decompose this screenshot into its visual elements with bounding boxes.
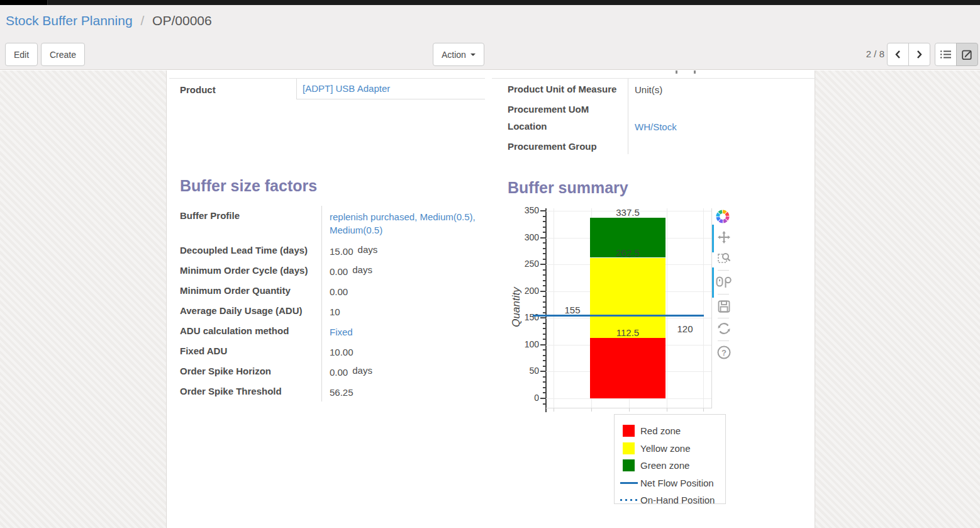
factor-value: 0.00 (330, 367, 348, 378)
chart-annotation: 155 (555, 305, 590, 315)
field-label-product: Product (169, 79, 296, 99)
details-field-table: Product Unit of Measure Unit(s) Procurem… (492, 78, 815, 154)
gridline-vertical (554, 208, 554, 408)
form-view-button[interactable] (956, 43, 978, 66)
y-axis-tick (543, 349, 545, 351)
list-view-icon (940, 50, 952, 59)
pan-icon[interactable] (718, 231, 730, 244)
compare-hover-icon[interactable] (716, 276, 732, 289)
field-label-location: Location (492, 116, 628, 136)
field-row: ADU calculation methodFixed (180, 321, 482, 341)
y-axis-tick (540, 210, 545, 211)
y-axis-tick (540, 371, 545, 372)
legend-item[interactable]: On-Hand Position (615, 494, 725, 507)
box-zoom-icon[interactable] (718, 251, 731, 264)
y-axis-tick (543, 381, 545, 383)
pager-value[interactable]: 2 / 8 (855, 48, 884, 59)
y-axis-tick (543, 227, 545, 228)
product-link[interactable]: [ADPT] USB Adapter (303, 83, 390, 94)
factor-value: 15.00 (330, 246, 354, 257)
legend-label: Red zone (640, 425, 681, 436)
chart-annotation: 120 (667, 323, 703, 334)
factor-value-cell: Fixed (322, 321, 479, 341)
action-dropdown-button[interactable]: Action (433, 43, 484, 66)
y-axis-tick (543, 269, 545, 271)
modebar-separator (718, 340, 729, 341)
field-row: Decoupled Lead Time (days)15.00days (180, 240, 482, 261)
y-axis-tick (540, 291, 545, 292)
factor-value-link[interactable]: replenish purchased, Medium(0.5), Medium… (330, 211, 476, 235)
field-row: Order Spike Threshold56.25 (180, 381, 482, 402)
y-axis-tick (543, 387, 545, 388)
legend-label: Net Flow Position (640, 478, 714, 488)
factor-value-cell: 10 (322, 301, 479, 321)
x-axis-tick (591, 408, 592, 412)
field-row: Buffer Profilereplenish purchased, Mediu… (180, 206, 482, 240)
y-axis-tick (543, 306, 545, 308)
x-axis-tick (703, 408, 704, 412)
factor-label: Buffer Profile (180, 206, 322, 240)
legend-swatch (623, 442, 635, 454)
modebar-separator (718, 270, 729, 271)
y-axis-tick (543, 221, 545, 222)
zone-red (590, 338, 665, 398)
factor-unit: days (358, 244, 378, 255)
list-view-button[interactable] (935, 43, 957, 66)
plotly-logo-icon[interactable] (715, 209, 730, 224)
y-tick-label: 350 (511, 205, 539, 216)
y-axis-tick (543, 355, 545, 356)
section-title-buffer-size-factors: Buffer size factors (180, 177, 317, 195)
reset-axes-icon[interactable] (717, 322, 731, 335)
view-switcher (935, 43, 978, 66)
help-icon[interactable]: ? (717, 345, 731, 359)
field-value-procurement-uom (628, 99, 815, 116)
y-axis-tick (543, 328, 545, 329)
form-view-icon (962, 49, 973, 60)
factor-value-link[interactable]: Fixed (330, 327, 353, 337)
y-axis-tick (540, 237, 545, 239)
chart-legend: Red zoneYellow zoneGreen zoneNet Flow Po… (614, 414, 726, 504)
breadcrumb-current: OP/00006 (152, 13, 212, 28)
factor-value-cell: 56.25 (322, 381, 479, 402)
field-row: Order Spike Horizon0.00days (180, 361, 482, 381)
y-axis-tick (543, 334, 545, 335)
content-background: Product [ADPT] USB Adapter Product Unit … (0, 70, 980, 528)
chart-annotation: 262.5 (590, 247, 665, 258)
section-title-buffer-summary: Buffer summary (508, 179, 628, 197)
y-axis-tick (543, 301, 545, 303)
y-tick-label: 50 (511, 366, 539, 377)
clipped-text-fragment (676, 70, 677, 74)
y-axis-tick (540, 398, 545, 399)
edit-button[interactable]: Edit (5, 43, 38, 66)
create-button[interactable]: Create (41, 43, 85, 66)
y-tick-label: 300 (511, 232, 539, 244)
pager-next-button[interactable] (908, 43, 930, 66)
y-axis-tick (543, 392, 545, 393)
pager-prev-button[interactable] (887, 43, 909, 66)
modebar-accent-bar (712, 225, 714, 252)
breadcrumb-parent-link[interactable]: Stock Buffer Planning (6, 13, 133, 28)
legend-swatch (620, 482, 638, 484)
factor-label: Minimum Order Cycle (days) (180, 261, 322, 281)
legend-item[interactable]: Yellow zone (615, 442, 725, 455)
location-link[interactable]: WH/Stock (635, 121, 677, 132)
y-tick-label: 250 (511, 259, 539, 270)
y-tick-label: 100 (511, 339, 539, 351)
factor-label: Fixed ADU (180, 341, 322, 361)
modebar-accent-bar (712, 267, 714, 298)
legend-item[interactable]: Red zone (615, 425, 725, 437)
legend-item[interactable]: Net Flow Position (615, 477, 725, 490)
save-icon[interactable] (718, 300, 730, 313)
form-sheet: Product [ADPT] USB Adapter Product Unit … (166, 70, 815, 528)
factor-label: Order Spike Threshold (180, 381, 322, 402)
buffer-summary-chart: Quantity 050100150200250300350337.5262.5… (508, 205, 737, 425)
y-axis-tick (540, 344, 545, 345)
y-axis-tick (543, 366, 545, 367)
y-axis-tick (543, 216, 545, 217)
legend-item[interactable]: Green zone (615, 459, 725, 472)
zone-yellow (590, 258, 665, 339)
factor-label: Average Daily Usage (ADU) (180, 301, 322, 321)
field-value-procurement-group (628, 136, 815, 154)
factor-value-cell: 0.00days (322, 361, 479, 381)
modebar-separator (718, 318, 729, 318)
